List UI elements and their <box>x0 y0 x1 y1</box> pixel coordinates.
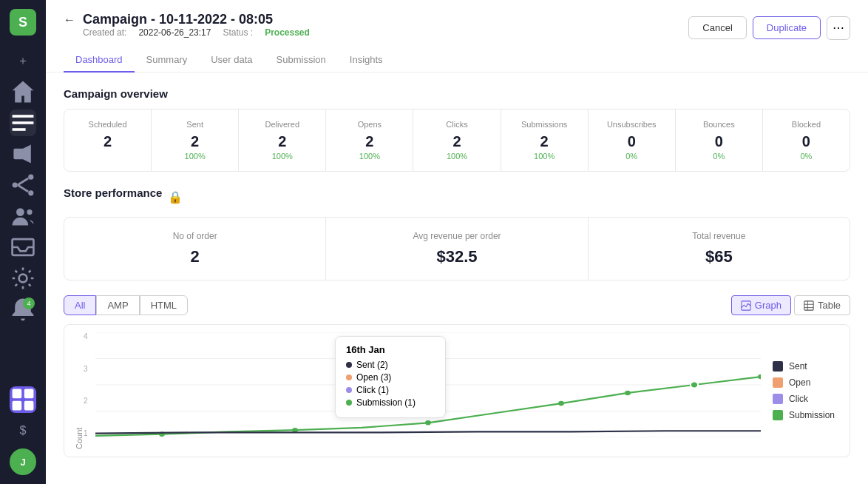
tab-user-data[interactable]: User data <box>199 48 264 73</box>
cancel-button[interactable]: Cancel <box>688 16 746 39</box>
metric-scheduled-label: Scheduled <box>73 120 142 129</box>
metric-delivered-value: 2 <box>248 133 316 150</box>
tab-insights[interactable]: Insights <box>338 48 395 73</box>
metric-scheduled: Scheduled 2 <box>64 110 152 171</box>
svg-point-5 <box>13 182 18 187</box>
svg-point-32 <box>758 374 761 380</box>
svg-line-6 <box>18 178 28 185</box>
megaphone-icon[interactable] <box>10 141 36 167</box>
metric-delivered-label: Delivered <box>248 120 316 129</box>
main-content: ← Campaign - 10-11-2022 - 08:05 Created … <box>46 0 868 484</box>
store-total-revenue-label: Total revenue <box>606 231 832 241</box>
store-avg-revenue-value: $32.5 <box>344 247 569 266</box>
legend-open: Open <box>773 377 842 388</box>
metric-bounces-value: 0 <box>685 133 753 150</box>
campaign-overview-card: Scheduled 2 Sent 2 100% Delivered 2 100%… <box>64 109 850 172</box>
metric-submissions: Submissions 2 100% <box>501 110 589 171</box>
svg-rect-17 <box>804 300 813 309</box>
metric-clicks-label: Clicks <box>422 120 491 129</box>
users-icon[interactable] <box>10 203 36 229</box>
duplicate-button[interactable]: Duplicate <box>753 16 821 39</box>
metric-clicks-pct: 100% <box>422 152 491 161</box>
page-title: Campaign - 10-11-2022 - 08:05 <box>83 12 273 27</box>
content-area: Campaign overview Scheduled 2 Sent 2 100… <box>46 73 868 484</box>
metric-opens-label: Opens <box>335 120 404 129</box>
tab-dashboard[interactable]: Dashboard <box>64 48 135 73</box>
svg-point-30 <box>625 391 631 396</box>
filter-tab-amp[interactable]: AMP <box>96 295 139 315</box>
metric-sent: Sent 2 100% <box>152 110 239 171</box>
more-button[interactable]: ⋯ <box>827 16 850 40</box>
tabs: Dashboard Summary User data Submission I… <box>64 48 850 72</box>
table-view-button[interactable]: Table <box>794 295 850 315</box>
settings-icon[interactable] <box>10 265 36 292</box>
svg-point-31 <box>691 382 698 389</box>
legend-submission-label: Submission <box>789 410 835 420</box>
svg-rect-15 <box>24 401 34 411</box>
svg-rect-12 <box>13 389 22 399</box>
metric-clicks-value: 2 <box>422 133 491 150</box>
store-total-revenue-value: $65 <box>606 247 832 266</box>
legend-click-label: Click <box>789 394 808 404</box>
svg-rect-14 <box>13 401 22 411</box>
tooltip-open: Open (3) <box>346 372 435 383</box>
metric-scheduled-value: 2 <box>73 133 142 150</box>
filter-tab-html[interactable]: HTML <box>140 295 188 315</box>
tooltip-date: 16th Jan <box>346 344 435 355</box>
metric-delivered: Delivered 2 100% <box>239 110 326 171</box>
legend-open-label: Open <box>789 377 810 388</box>
avatar[interactable]: J <box>10 448 36 475</box>
plus-icon[interactable]: ＋ <box>10 47 36 74</box>
metric-opens: Opens 2 100% <box>326 110 413 171</box>
svg-rect-13 <box>24 389 34 399</box>
notification-icon[interactable]: 4 <box>10 296 36 323</box>
store-lock-icon: 🔒 <box>168 190 183 204</box>
created-value: 2022-06-26_23:17 <box>138 27 211 38</box>
tooltip-click: Click (1) <box>346 385 435 395</box>
metric-clicks: Clicks 2 100% <box>413 110 501 171</box>
metric-unsubscribes-label: Unsubscribes <box>597 120 666 129</box>
metric-blocked-pct: 0% <box>772 152 841 161</box>
metric-opens-pct: 100% <box>335 152 404 161</box>
store-title: Store performance <box>64 186 162 199</box>
share-icon[interactable] <box>10 172 36 198</box>
store-metric-total-revenue: Total revenue $65 <box>589 218 850 280</box>
metric-bounces: Bounces 0 0% <box>676 110 763 171</box>
filter-tab-all[interactable]: All <box>64 295 96 315</box>
metric-sent-pct: 100% <box>160 152 229 161</box>
campaigns-icon[interactable] <box>10 110 36 136</box>
chart-svg: 4 3 2 1 <box>84 332 761 449</box>
svg-line-7 <box>18 185 28 192</box>
svg-point-4 <box>28 190 33 195</box>
store-orders-label: No of order <box>82 231 308 241</box>
tooltip-sent-label: Sent (2) <box>356 360 388 370</box>
overview-title: Campaign overview <box>64 87 850 100</box>
metric-blocked: Blocked 0 0% <box>763 110 850 171</box>
metric-bounces-pct: 0% <box>685 152 753 161</box>
dollar-icon[interactable]: $ <box>10 417 36 444</box>
tooltip-submission: Submission (1) <box>346 397 435 408</box>
app-icon[interactable] <box>10 386 36 413</box>
store-performance-card: No of order 2 Avg revenue per order $32.… <box>64 217 850 280</box>
inbox-icon[interactable] <box>10 234 36 261</box>
tab-submission[interactable]: Submission <box>265 48 338 73</box>
header: ← Campaign - 10-11-2022 - 08:05 Created … <box>46 0 868 73</box>
store-metric-avg-revenue: Avg revenue per order $32.5 <box>326 218 588 280</box>
chart-tooltip: 16th Jan Sent (2) Open (3) Click (1) <box>335 336 446 418</box>
view-toggle: Graph Table <box>731 295 850 315</box>
legend-click: Click <box>773 394 842 404</box>
svg-point-3 <box>28 175 33 180</box>
tab-summary[interactable]: Summary <box>135 48 200 73</box>
chart-y-label: Count <box>72 332 84 449</box>
filter-tabs: All AMP HTML <box>64 295 188 315</box>
sidebar: S ＋ 4 $ J <box>0 0 46 484</box>
graph-view-button[interactable]: Graph <box>731 295 791 315</box>
metric-blocked-value: 0 <box>772 133 841 150</box>
svg-point-11 <box>19 275 27 283</box>
legend-sent-label: Sent <box>789 361 807 372</box>
notification-badge: 4 <box>23 298 35 309</box>
back-button[interactable]: ← <box>64 13 75 27</box>
legend-sent: Sent <box>773 361 842 372</box>
home-icon[interactable] <box>10 78 36 105</box>
store-orders-value: 2 <box>82 247 308 266</box>
